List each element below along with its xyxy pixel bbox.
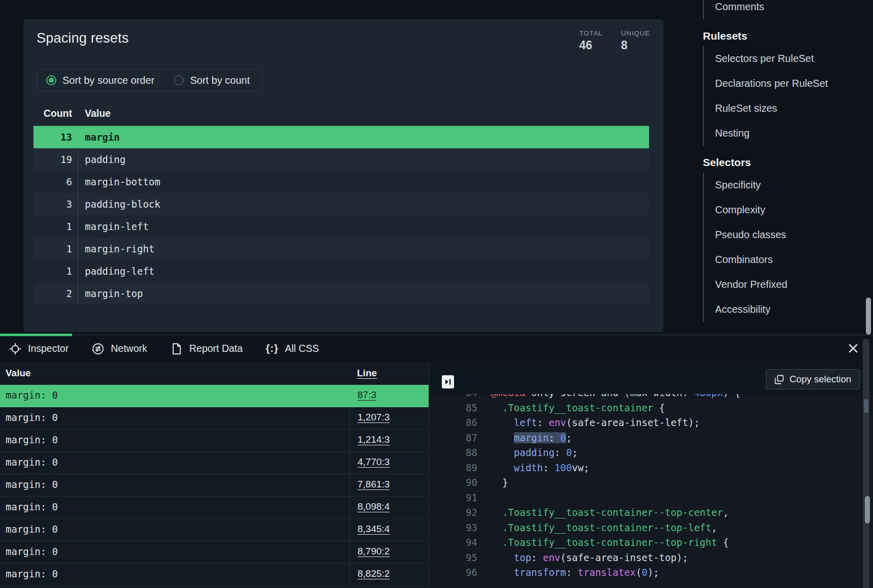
- sidebar-item-comments[interactable]: Comments: [715, 0, 863, 19]
- row-count: 13: [34, 132, 72, 143]
- code-text: .Toastify__toast-container {: [491, 401, 665, 416]
- inspector-row[interactable]: margin: 01,207:3: [0, 407, 429, 430]
- line-column-header[interactable]: Line: [357, 368, 377, 379]
- tab-network[interactable]: Network: [92, 343, 147, 355]
- line-cell: 7,861:3: [349, 474, 429, 496]
- tab-inspector[interactable]: Inspector: [9, 343, 69, 355]
- table-row[interactable]: 2margin-top: [34, 282, 649, 305]
- stat: TOTAL46: [579, 29, 602, 52]
- line-link[interactable]: 8,790:2: [358, 546, 390, 557]
- inspector-row-partial: [0, 586, 429, 588]
- table-row[interactable]: 3padding-block: [34, 193, 649, 215]
- page-scrollbar-thumb[interactable]: [865, 496, 870, 524]
- tab-report-data[interactable]: Report Data: [171, 343, 243, 355]
- line-number: 92: [430, 505, 491, 520]
- row-value: margin-bottom: [78, 171, 649, 193]
- close-panel-button[interactable]: [847, 342, 860, 355]
- line-number: 87: [430, 431, 491, 446]
- line-cell: 87:3: [349, 385, 429, 407]
- code-line[interactable]: 87 margin: 0;: [430, 431, 863, 446]
- inspector-row[interactable]: margin: 087:3: [0, 385, 429, 407]
- code-line[interactable]: 89 width: 100vw;: [430, 461, 863, 476]
- line-link[interactable]: 8,345:4: [358, 524, 390, 535]
- code-line[interactable]: 95 top: env(safe-area-inset-top);: [430, 550, 863, 566]
- sidebar-item-combinators[interactable]: Combinators: [715, 247, 863, 272]
- row-value: margin: [78, 126, 649, 148]
- sort-option[interactable]: Sort by source order: [46, 75, 154, 86]
- sidebar-item-accessibility[interactable]: Accessibility: [715, 297, 863, 322]
- table-row[interactable]: 13margin: [34, 126, 649, 148]
- line-link[interactable]: 87:3: [358, 389, 376, 401]
- code-text: .Toastify__toast-container--top-right {: [491, 535, 729, 550]
- line-link[interactable]: 1,207:3: [358, 412, 390, 423]
- code-line[interactable]: 84@media only screen and (max-width: 480…: [430, 394, 863, 401]
- sidebar-item-ruleset-sizes[interactable]: RuleSet sizes: [715, 96, 863, 121]
- row-count: 1: [34, 243, 72, 254]
- document-icon: [171, 343, 183, 355]
- line-number: 86: [430, 415, 491, 431]
- close-icon: [848, 343, 859, 354]
- expand-sidebar-button[interactable]: [442, 375, 454, 388]
- sidebar-group: Comments: [703, 0, 863, 19]
- code-text: .Toastify__toast-container--top-center,: [491, 505, 729, 520]
- line-number: 94: [430, 535, 491, 550]
- code-scrollbar-track[interactable]: [863, 339, 869, 588]
- line-link[interactable]: 8,098:4: [358, 501, 390, 512]
- inspector-results-table: Value Line margin: 087:3margin: 01,207:3…: [0, 362, 429, 588]
- line-cell: 1,214:3: [349, 430, 429, 451]
- tab-label: All CSS: [285, 343, 319, 354]
- radio-icon[interactable]: [46, 75, 56, 85]
- sidebar-item-specificity[interactable]: Specificity: [715, 173, 863, 198]
- sidebar-item-vendor-prefixed[interactable]: Vendor Prefixed: [715, 272, 863, 297]
- inspector-row[interactable]: margin: 08,825:2: [0, 564, 429, 586]
- row-value: padding-left: [78, 260, 649, 282]
- sidebar-item-selectors-per-ruleset[interactable]: Selectors per RuleSet: [715, 46, 863, 71]
- code-line[interactable]: 85 .Toastify__toast-container {: [430, 401, 863, 416]
- code-line[interactable]: 93 .Toastify__toast-container--top-left,: [430, 520, 863, 536]
- line-link[interactable]: 8,825:2: [358, 568, 390, 579]
- sidebar-item-nesting[interactable]: Nesting: [715, 121, 863, 146]
- code-scroll-area[interactable]: 84@media only screen and (max-width: 480…: [430, 394, 863, 588]
- inspector-row[interactable]: margin: 04,770:3: [0, 452, 429, 474]
- inspector-row[interactable]: margin: 08,790:2: [0, 541, 429, 564]
- inspector-row[interactable]: margin: 08,345:4: [0, 519, 429, 541]
- code-line[interactable]: 91: [430, 491, 863, 506]
- page-title: Spacing resets: [37, 30, 128, 46]
- line-link[interactable]: 1,214:3: [358, 434, 390, 445]
- code-line[interactable]: 86 left: env(safe-area-inset-left);: [430, 415, 863, 431]
- line-cell: 4,770:3: [349, 452, 429, 474]
- table-row[interactable]: 6margin-bottom: [34, 171, 649, 193]
- sidebar-item-pseudo-classes[interactable]: Pseudo classes: [715, 222, 863, 247]
- declaration-value: margin: 0: [6, 524, 58, 535]
- code-line[interactable]: 92 .Toastify__toast-container--top-cente…: [430, 505, 863, 520]
- transfer-icon: [92, 343, 104, 355]
- inspector-row[interactable]: margin: 08,098:4: [0, 497, 429, 519]
- code-scrollbar-thumb[interactable]: [864, 399, 868, 413]
- table-row[interactable]: 19padding: [34, 148, 649, 171]
- inspector-row[interactable]: margin: 01,214:3: [0, 430, 429, 452]
- sidebar-scrollbar-thumb[interactable]: [866, 298, 871, 335]
- stat: UNIQUE8: [621, 29, 650, 52]
- tab-label: Inspector: [28, 343, 69, 354]
- table-row[interactable]: 1margin-right: [34, 238, 649, 260]
- row-value: margin-left: [78, 215, 649, 238]
- table-row[interactable]: 1padding-left: [34, 260, 649, 282]
- code-line[interactable]: 94 .Toastify__toast-container--top-right…: [430, 535, 863, 550]
- inspector-row[interactable]: margin: 07,861:3: [0, 474, 429, 497]
- sidebar-item-complexity[interactable]: Complexity: [715, 198, 863, 222]
- tab-all-css[interactable]: {:}All CSS: [266, 343, 319, 355]
- sidebar-item-declarations-per-ruleset[interactable]: Declarations per RuleSet: [715, 71, 863, 96]
- sort-option[interactable]: Sort by count: [174, 75, 250, 86]
- code-text: left: env(safe-area-inset-left);: [491, 415, 700, 431]
- line-link[interactable]: 7,861:3: [358, 479, 390, 490]
- line-cell: 8,098:4: [349, 497, 429, 518]
- code-text: @media only screen and (max-width: 480px…: [491, 394, 740, 401]
- radio-icon[interactable]: [174, 75, 184, 85]
- code-line[interactable]: 96 transform: translatex(0);: [430, 565, 863, 580]
- table-row[interactable]: 1margin-left: [34, 215, 649, 238]
- code-line[interactable]: 90 }: [430, 475, 863, 491]
- line-link[interactable]: 4,770:3: [358, 456, 390, 468]
- line-number: 96: [430, 565, 491, 580]
- copy-selection-button[interactable]: Copy selection: [766, 369, 860, 389]
- code-line[interactable]: 88 padding: 0;: [430, 445, 863, 461]
